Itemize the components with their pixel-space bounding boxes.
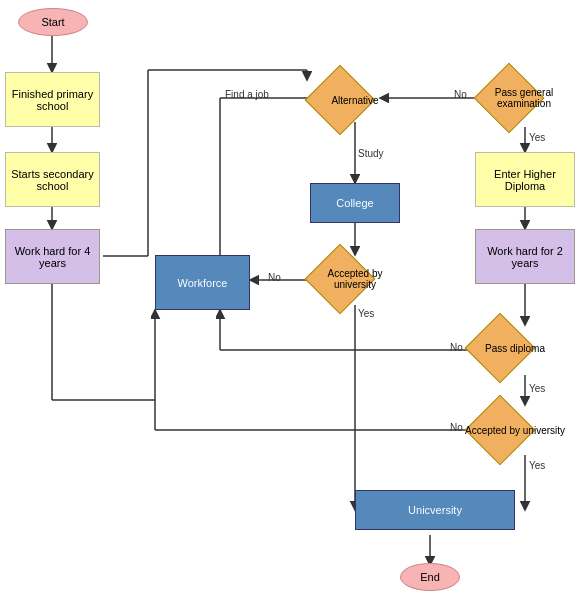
college-node: College: [310, 183, 400, 223]
alternative-diamond-container: Alternative: [307, 75, 403, 125]
no3-label: No: [450, 342, 463, 353]
no2-label: No: [268, 272, 281, 283]
start-node: Start: [18, 8, 88, 36]
pass-diploma-label: Pass diploma: [462, 318, 568, 378]
finished-primary-node: Finished primary school: [5, 72, 100, 127]
university-node: Unicversity: [355, 490, 515, 530]
accepted-uni-diamond-container: Accepted by university: [305, 250, 405, 308]
pass-general-diamond-container: Pass general examination: [471, 68, 577, 128]
starts-secondary-node: Starts secondary school: [5, 152, 100, 207]
find-a-job-label: Find a job: [225, 89, 269, 100]
alternative-label: Alternative: [307, 75, 403, 125]
workforce-node: Workforce: [155, 255, 250, 310]
work-hard-2-node: Work hard for 2 years: [475, 229, 575, 284]
flowchart: Start Finished primary school Starts sec…: [0, 0, 577, 616]
study-label: Study: [358, 148, 384, 159]
yes1-label: Yes: [529, 132, 545, 143]
pass-general-label: Pass general examination: [471, 68, 577, 128]
yes4-label: Yes: [529, 460, 545, 471]
no4-label: No: [450, 422, 463, 433]
yes3-label: Yes: [529, 383, 545, 394]
yes2-label: Yes: [358, 308, 374, 319]
end-node: End: [400, 563, 460, 591]
work-hard-4-node: Work hard for 4 years: [5, 229, 100, 284]
enter-higher-node: Enter Higher Diploma: [475, 152, 575, 207]
no1-label: No: [454, 89, 467, 100]
accepted-uni2-label: Accepted by university: [462, 400, 568, 460]
accepted-uni-label: Accepted by university: [305, 250, 405, 308]
accepted-uni2-diamond-container: Accepted by university: [462, 400, 568, 460]
pass-diploma-diamond-container: Pass diploma: [462, 318, 568, 378]
